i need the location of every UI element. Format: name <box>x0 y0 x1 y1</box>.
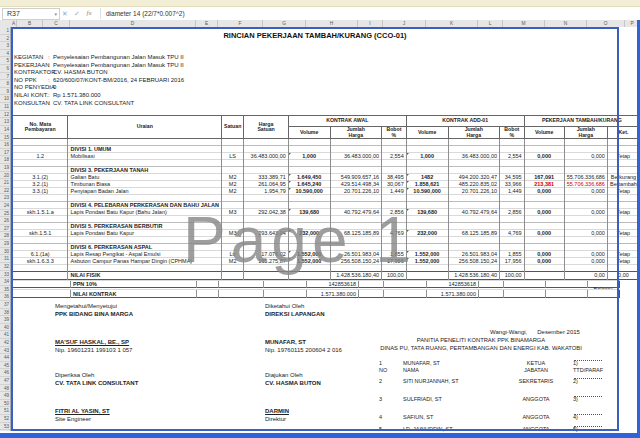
column-header-I[interactable]: I <box>358 20 383 27</box>
row-header-52[interactable]: 52 <box>0 415 10 423</box>
row-header-19[interactable]: 19 <box>0 164 10 172</box>
committee-member-row[interactable]: 4SAFIUN, STANGGOTA4) <box>371 414 635 422</box>
cell-cj[interactable]: 55.706.336,686 <box>564 174 607 181</box>
cell-ab[interactable]: 1,855 <box>382 250 407 257</box>
cell-cv[interactable]: 0,000 <box>524 153 564 160</box>
row-header-24[interactable]: 24 <box>0 202 10 210</box>
cell-uraian[interactable] <box>68 237 222 244</box>
cell-no[interactable] <box>13 139 68 146</box>
cell-harga[interactable] <box>244 243 288 250</box>
cell-satuan[interactable] <box>222 202 244 209</box>
cell-cj[interactable] <box>564 146 607 153</box>
row-header-3[interactable]: 3 <box>0 42 10 50</box>
cell-harga[interactable]: 292.042,38 <box>244 209 288 216</box>
cell-ket[interactable]: Tetap <box>607 153 639 160</box>
totals-box[interactable]: PPN 10%142853618142853618Balance <box>12 280 620 288</box>
cell-av[interactable] <box>288 146 330 153</box>
cell-av[interactable]: 1,000 <box>288 153 330 160</box>
cell-ket[interactable] <box>607 167 639 174</box>
cell-bb[interactable]: 17,956 <box>500 257 525 264</box>
cell-bj[interactable] <box>448 237 500 244</box>
row-header-6[interactable]: 6 <box>0 65 10 73</box>
cell-ket[interactable] <box>607 237 639 244</box>
cell-aj[interactable]: 549.909.657,16 <box>330 174 382 181</box>
cell-av[interactable] <box>288 195 330 202</box>
cell-bj[interactable] <box>448 139 500 146</box>
row-header-25[interactable]: 25 <box>0 210 10 218</box>
cell-satuan[interactable] <box>222 139 244 146</box>
cell-ab[interactable]: 1,449 <box>382 188 407 195</box>
row-header-31[interactable]: 31 <box>0 255 10 263</box>
formula-input[interactable]: diameter 14 (22/7*0.007^2) <box>100 8 636 19</box>
cell-ab[interactable] <box>382 264 407 271</box>
cell-bv[interactable] <box>406 243 448 250</box>
row-header-21[interactable]: 21 <box>0 179 10 187</box>
cell-bv[interactable] <box>406 264 448 271</box>
row-header-38[interactable]: 38 <box>0 309 10 317</box>
worksheet[interactable]: RINCIAN PEKERJAAN TAMBAH/KURANG (CCO-01)… <box>11 27 640 438</box>
column-header-C[interactable]: C <box>43 20 70 27</box>
cell-cj[interactable] <box>564 264 607 271</box>
cell-cv[interactable] <box>524 139 564 146</box>
cell-ket[interactable]: Berkurang <box>607 174 639 181</box>
row-header-20[interactable]: 20 <box>0 172 10 180</box>
cell-bb[interactable]: 34,595 <box>500 174 525 181</box>
cell-aj[interactable]: 68.125.185,89 <box>330 230 382 237</box>
cell-uraian[interactable]: DIVISI 1. UMUM <box>68 146 222 153</box>
cell-no[interactable] <box>13 160 68 167</box>
cell-ket[interactable] <box>607 146 639 153</box>
cell-ab[interactable] <box>382 146 407 153</box>
cell-bv[interactable] <box>406 160 448 167</box>
row-header-8[interactable]: 8 <box>0 80 10 88</box>
row-header-1[interactable]: 1 <box>0 27 10 35</box>
cell-bb[interactable]: 4,769 <box>500 230 525 237</box>
cell-bb[interactable]: 1,855 <box>500 250 525 257</box>
cell-satuan[interactable]: M2 <box>222 188 244 195</box>
cell-aj[interactable]: 20.701.226,10 <box>330 188 382 195</box>
column-header-G[interactable]: G <box>263 20 306 27</box>
row-header-11[interactable]: 11 <box>0 103 10 111</box>
cell-label[interactable]: NILAI FISIK <box>68 271 222 279</box>
cell-no[interactable]: 3.2.(1) <box>13 181 68 188</box>
cell-bj[interactable] <box>448 167 500 174</box>
cell-ab[interactable] <box>382 139 407 146</box>
cell-uraian[interactable] <box>68 216 222 223</box>
totals-box[interactable]: NILAI KONTRAK1.571.380.0001.571.380.000 <box>12 289 620 298</box>
column-header-B[interactable]: B <box>17 20 43 27</box>
cell-aj[interactable] <box>330 264 382 271</box>
table-row[interactable]: 1.2MobilisasiLS36.483.000,001,00036.483.… <box>13 153 640 160</box>
cell-satuan[interactable] <box>222 160 244 167</box>
row-header-50[interactable]: 50 <box>0 400 10 408</box>
cell-ab[interactable] <box>382 237 407 244</box>
row-header-40[interactable]: 40 <box>0 324 10 332</box>
cell-ket[interactable]: Tetap <box>607 230 639 237</box>
cell-av[interactable] <box>288 237 330 244</box>
cell-bv[interactable]: 1.858,621 <box>406 181 448 188</box>
cell-label[interactable]: NILAI KONTRAK <box>71 290 197 298</box>
cell-bb[interactable] <box>500 243 525 250</box>
cell-harga[interactable] <box>244 167 288 174</box>
column-header-L[interactable]: L <box>478 20 503 27</box>
row-header-35[interactable]: 35 <box>0 286 10 294</box>
name-box[interactable]: R37 ▾ <box>2 8 60 20</box>
row-header-15[interactable]: 15 <box>0 134 10 142</box>
cell-no[interactable] <box>13 237 68 244</box>
cell-aj[interactable]: 256.508.150,24 <box>330 257 382 264</box>
cell-uraian[interactable] <box>68 195 222 202</box>
cell-ket[interactable] <box>607 202 639 209</box>
cell-bj[interactable] <box>448 195 500 202</box>
cell-ket[interactable] <box>607 223 639 230</box>
cell-aj[interactable] <box>330 202 382 209</box>
committee-member-row[interactable]: 2SITI NURJANNAH, STSEKRETARIS2) <box>371 378 635 386</box>
cell-av[interactable]: 1.552,000 <box>288 257 330 264</box>
cell-bj[interactable]: 36.483.000,00 <box>448 153 500 160</box>
column-header-F[interactable]: F <box>218 20 263 27</box>
cell-uraian[interactable] <box>68 264 222 271</box>
cell-ket[interactable] <box>607 216 639 223</box>
cell-no[interactable]: 3.3.(1) <box>13 188 68 195</box>
cell-cv[interactable] <box>524 195 564 202</box>
cell-cv[interactable]: 0,000 <box>524 257 564 264</box>
cell-uraian[interactable] <box>68 160 222 167</box>
cell-bv[interactable]: 1482 <box>406 174 448 181</box>
cell-cj[interactable]: 0,000 <box>564 257 607 264</box>
